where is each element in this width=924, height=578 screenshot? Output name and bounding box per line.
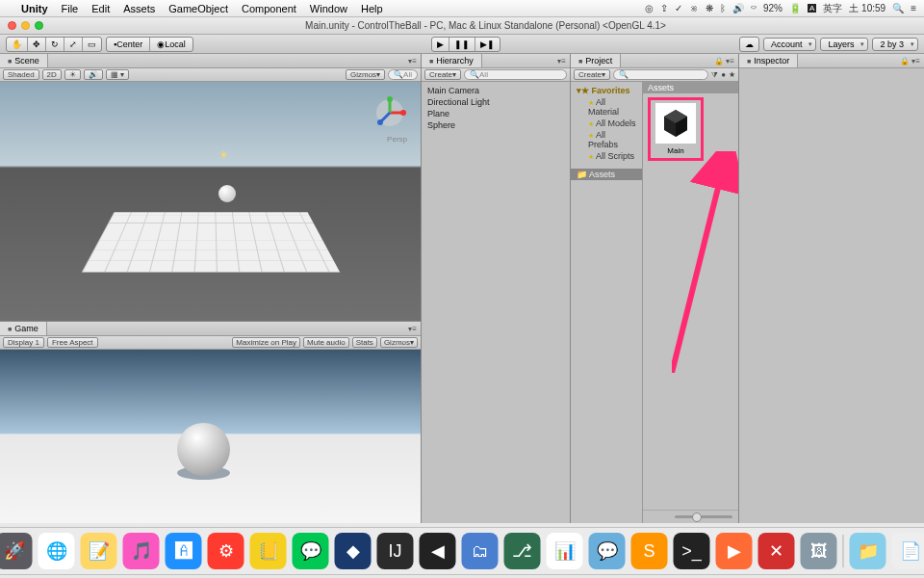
hierarchy-item[interactable]: Plane (427, 108, 564, 119)
dock-app[interactable]: 📁 (850, 533, 886, 569)
minimize-window-button[interactable] (21, 21, 30, 30)
notifications-icon[interactable]: ≡ (911, 3, 916, 13)
rotate-tool[interactable]: ↻ (46, 38, 64, 51)
menu-component[interactable]: Component (242, 3, 296, 14)
filter-icon[interactable]: ● (721, 70, 726, 79)
play-button[interactable]: ▶ (432, 38, 449, 51)
spotlight-icon[interactable]: 🔍 (892, 3, 904, 13)
display-dropdown[interactable]: Display 1 (3, 337, 44, 348)
hierarchy-create-dropdown[interactable]: Create ▾ (424, 69, 461, 80)
move-tool[interactable]: ✥ (28, 38, 46, 51)
dock-app[interactable]: ▶ (716, 533, 753, 569)
layers-dropdown[interactable]: Layers (820, 38, 868, 51)
game-tab[interactable]: Game (0, 322, 47, 335)
mode-2d-toggle[interactable]: 2D (42, 69, 62, 80)
scene-audio-toggle[interactable]: 🔊 (84, 69, 103, 80)
favorite-item[interactable]: All Prefabs (577, 129, 636, 150)
dock-app[interactable]: >_ (674, 533, 710, 569)
bluetooth-icon[interactable]: ᛒ (720, 3, 726, 13)
favorite-item[interactable]: All Material (577, 96, 636, 118)
dock-app[interactable]: 🎵 (123, 533, 160, 569)
clock[interactable]: 土 10:59 (849, 2, 886, 15)
favorites-header[interactable]: ▾★ Favorites (577, 85, 636, 96)
menu-assets[interactable]: Assets (123, 3, 155, 14)
gizmos-dropdown[interactable]: Gizmos ▾ (346, 69, 385, 80)
statusbar-icon[interactable]: ✓ (675, 3, 682, 13)
scene-tab[interactable]: Scene (0, 54, 48, 67)
pivot-local-button[interactable]: ◉ Local (150, 38, 192, 51)
panel-lock-icon[interactable]: 🔒 (900, 57, 910, 66)
dock-app[interactable]: 📊 (547, 533, 583, 569)
aspect-dropdown[interactable]: Free Aspect (47, 337, 98, 348)
wifi-icon[interactable]: ⌔ (751, 3, 757, 13)
dock-app[interactable]: 📄 (892, 533, 925, 569)
volume-icon[interactable]: 🔊 (732, 3, 744, 13)
dock-app[interactable]: 🗂 (462, 533, 499, 569)
project-create-dropdown[interactable]: Create ▾ (574, 69, 610, 80)
orientation-gizmo[interactable] (371, 93, 409, 132)
menu-gameobject[interactable]: GameObject (168, 3, 228, 14)
layout-dropdown[interactable]: 2 by 3 (872, 38, 918, 51)
hierarchy-item[interactable]: Sphere (427, 119, 564, 131)
step-button[interactable]: ▶❚ (475, 38, 500, 51)
statusbar-icon[interactable]: ◎ (645, 3, 654, 13)
shading-mode-dropdown[interactable]: Shaded (3, 69, 39, 80)
dock-app[interactable]: ◆ (335, 533, 372, 569)
ime-label[interactable]: 英字 (823, 2, 842, 15)
menu-app[interactable]: Unity (21, 3, 48, 14)
panel-options-button[interactable]: 🔒 ▾≡ (714, 57, 734, 66)
scene-search[interactable]: 🔍All (388, 69, 418, 80)
favorite-item[interactable]: All Models (577, 118, 636, 129)
cloud-button[interactable]: ☁ (740, 38, 758, 51)
dock-app[interactable]: 🚀 (0, 533, 33, 569)
game-view[interactable] (0, 350, 421, 523)
dock-app[interactable]: 🅰 (166, 533, 202, 569)
zoom-window-button[interactable] (35, 21, 43, 30)
hierarchy-tab[interactable]: Hierarchy (422, 54, 482, 67)
dock-app[interactable]: 🌐 (38, 533, 75, 569)
filter-icon[interactable]: ⧩ (711, 70, 718, 80)
dock-app[interactable]: 🖼 (801, 533, 837, 569)
scene-view[interactable]: ☀ Persp (0, 82, 421, 321)
panel-options-button[interactable]: ▾≡ (557, 57, 566, 66)
statusbar-icon[interactable]: ⇪ (660, 3, 668, 13)
menu-edit[interactable]: Edit (91, 3, 110, 14)
dock-app[interactable]: 📝 (81, 533, 117, 569)
pause-button[interactable]: ❚❚ (449, 38, 475, 51)
project-tab[interactable]: Project (571, 54, 621, 67)
asset-scene-main[interactable]: Main (648, 97, 704, 161)
game-gizmos-dropdown[interactable]: Gizmos ▾ (380, 337, 418, 348)
scale-tool[interactable]: ⤢ (64, 38, 83, 51)
dock-app[interactable]: S (631, 533, 668, 569)
panel-options-button[interactable]: ▾≡ (408, 57, 417, 66)
dock-app[interactable]: IJ (377, 533, 414, 569)
asset-zoom-slider[interactable] (675, 515, 732, 518)
dock-app[interactable]: ⚙ (208, 533, 244, 569)
filter-icon[interactable]: ★ (729, 70, 735, 79)
assets-folder[interactable]: 📁 Assets (571, 169, 642, 180)
ime-indicator[interactable]: A (808, 4, 816, 13)
menu-window[interactable]: Window (310, 3, 347, 14)
account-dropdown[interactable]: Account (763, 38, 817, 51)
statusbar-icon[interactable]: ⨳ (689, 3, 699, 13)
dock-app[interactable]: 💬 (589, 533, 626, 569)
hand-tool[interactable]: ✋ (7, 38, 28, 51)
hierarchy-search[interactable]: 🔍All (464, 69, 567, 80)
scene-fx-toggle[interactable]: ▦ ▾ (106, 69, 129, 80)
rect-tool[interactable]: ▭ (83, 38, 101, 51)
hierarchy-item[interactable]: Directional Light (427, 96, 564, 108)
menu-help[interactable]: Help (361, 3, 383, 14)
hierarchy-item[interactable]: Main Camera (427, 85, 564, 96)
dock-app[interactable]: 💬 (293, 533, 329, 569)
favorite-item[interactable]: All Scripts (577, 150, 636, 162)
maximize-on-play-toggle[interactable]: Maximize on Play (232, 337, 300, 348)
statusbar-icon[interactable]: ❋ (706, 3, 713, 13)
dock-app[interactable]: ◀ (420, 533, 456, 569)
menu-file[interactable]: File (62, 3, 79, 14)
stats-toggle[interactable]: Stats (352, 337, 377, 348)
battery-icon[interactable]: 🔋 (789, 3, 801, 13)
dock-app[interactable]: 📒 (250, 533, 287, 569)
dock-app[interactable]: ✕ (758, 533, 795, 569)
dock-app[interactable]: ⎇ (504, 533, 541, 569)
scene-lighting-toggle[interactable]: ☀ (64, 69, 81, 80)
